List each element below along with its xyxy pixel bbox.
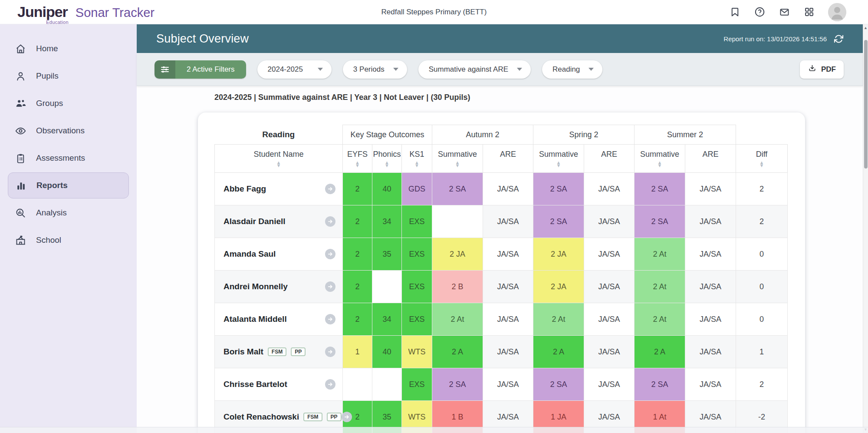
column-label: ARE — [601, 150, 617, 159]
sidebar-item-pupils[interactable]: Pupils — [8, 63, 129, 89]
column-label: Summative — [539, 150, 578, 159]
sort-icon[interactable]: ▲▼ — [385, 161, 389, 167]
group-header-spring-2: Spring 2 — [533, 125, 635, 145]
column-label: ARE — [500, 150, 516, 159]
sort-icon[interactable]: ▲▼ — [414, 161, 419, 167]
assessment-cell: JA/SA — [483, 368, 533, 401]
sidebar-item-observations[interactable]: Observations — [8, 118, 129, 144]
chevron-down-icon — [589, 68, 594, 71]
assessment-cell: 2 SA — [432, 368, 483, 401]
assessment-cell: JA/SA — [584, 238, 635, 271]
filter-dropdown-summative-against-are[interactable]: Summative against ARE — [418, 60, 531, 79]
analysis-icon — [15, 207, 26, 219]
sidebar-item-assessments[interactable]: Assessments — [8, 145, 129, 171]
active-filters-button[interactable]: 2 Active Filters — [155, 60, 246, 79]
juniper-logo[interactable]: Juniper Education Sonar Tracker — [17, 3, 155, 20]
horizontal-scroll-strip[interactable] — [0, 427, 868, 433]
student-row: Chrisse BartelotEXS2 SAJA/SA2 SAJA/SA2 S… — [215, 368, 788, 401]
student-detail-arrow[interactable] — [325, 314, 335, 324]
student-detail-arrow[interactable] — [325, 347, 335, 357]
apps-grid-icon[interactable] — [803, 6, 815, 18]
export-pdf-button[interactable]: PDF — [800, 60, 844, 79]
assessment-cell: 2 SA — [533, 173, 584, 205]
column-header-diff[interactable]: Diff▲▼ — [736, 145, 788, 173]
mail-icon[interactable] — [779, 6, 790, 18]
student-name: Atalanta Middell — [224, 314, 287, 324]
column-header-phonics[interactable]: Phonics▲▼ — [372, 145, 402, 173]
assessment-cell: EXS — [402, 271, 432, 303]
assessment-cell: 2 SA — [432, 173, 483, 205]
sort-icon[interactable]: ▲▼ — [760, 161, 764, 167]
sidebar-item-reports[interactable]: Reports — [8, 172, 129, 198]
column-header-are: ARE▲▼ — [685, 145, 736, 173]
chevron-down-icon — [517, 68, 522, 71]
bookmark-icon[interactable] — [729, 6, 741, 18]
school-icon — [15, 235, 26, 246]
sort-icon[interactable]: ▲▼ — [276, 161, 281, 167]
sidebar-item-school[interactable]: School — [8, 227, 129, 253]
assessment-cell: 2 At — [635, 238, 685, 271]
student-row: Abbe Fagg240GDS2 SAJA/SA2 SAJA/SA2 SAJA/… — [215, 173, 788, 205]
column-header-eyfs[interactable]: EYFS▲▼ — [343, 145, 372, 173]
filter-dropdown-3-periods[interactable]: 3 Periods — [343, 60, 407, 79]
page-title: Subject Overview — [156, 32, 249, 46]
assessment-cell: 2 — [343, 303, 372, 336]
student-detail-arrow[interactable] — [325, 281, 335, 292]
assessment-cell: JA/SA — [685, 336, 736, 368]
refresh-icon[interactable] — [834, 34, 844, 44]
product-name: Sonar Tracker — [76, 6, 155, 20]
sidebar-item-label: School — [36, 235, 61, 245]
column-label: Summative — [640, 150, 679, 159]
assessment-cell: EXS — [402, 368, 432, 401]
assessment-cell: 1 — [343, 336, 372, 368]
student-detail-arrow[interactable] — [325, 379, 335, 390]
diff-cell: 0 — [736, 238, 788, 271]
column-label: EYFS — [347, 150, 368, 159]
student-detail-arrow[interactable] — [325, 184, 335, 194]
sort-icon[interactable]: ▲▼ — [455, 161, 460, 167]
sidebar-item-groups[interactable]: Groups — [8, 90, 129, 116]
sidebar-item-label: Analysis — [36, 208, 67, 218]
sidebar-item-analysis[interactable]: Analysis — [8, 200, 129, 226]
sidebar-item-label: Home — [36, 44, 58, 53]
assessment-cell: JA/SA — [584, 368, 635, 401]
main-area: Subject Overview Report run on: 13/01/20… — [137, 24, 863, 433]
column-header-summative[interactable]: Summative▲▼ — [432, 145, 483, 173]
diff-cell: 2 — [736, 368, 788, 401]
assessment-cell: JA/SA — [685, 368, 736, 401]
student-detail-arrow[interactable] — [325, 216, 335, 227]
column-header-ks1[interactable]: KS1▲▼ — [402, 145, 432, 173]
column-header-summative[interactable]: Summative▲▼ — [533, 145, 584, 173]
assessment-cell: JA/SA — [685, 238, 736, 271]
column-header-student-name[interactable]: Student Name▲▼ — [215, 145, 343, 173]
assessment-cell: JA/SA — [584, 205, 635, 238]
student-name-cell: Amanda Saul — [215, 238, 343, 271]
sidebar-item-label: Pupils — [36, 71, 59, 81]
user-avatar[interactable] — [828, 3, 846, 21]
assessment-cell: EXS — [402, 205, 432, 238]
sidebar-item-home[interactable]: Home — [8, 36, 129, 62]
student-detail-arrow[interactable] — [342, 412, 352, 422]
sort-icon[interactable]: ▲▼ — [658, 161, 662, 167]
help-icon[interactable] — [754, 6, 766, 18]
student-detail-arrow[interactable] — [325, 249, 335, 259]
filter-dropdown-reading[interactable]: Reading — [542, 60, 602, 79]
column-label: ARE — [703, 150, 719, 159]
download-icon — [808, 64, 817, 75]
scrollbar-thumb[interactable] — [864, 40, 868, 169]
assessment-cell: JA/SA — [483, 271, 533, 303]
sort-icon[interactable]: ▲▼ — [355, 161, 360, 167]
top-bar: Juniper Education Sonar Tracker Redfall … — [0, 0, 868, 24]
scroll-up-arrow[interactable]: ▲ — [863, 24, 868, 31]
assessment-cell — [372, 368, 402, 401]
reports-icon — [15, 180, 27, 192]
vertical-scrollbar[interactable]: ▲ ▼ — [863, 24, 868, 433]
column-header-summative[interactable]: Summative▲▼ — [635, 145, 685, 173]
student-name-cell: Alasdair Daniell — [215, 205, 343, 238]
filter-summary-line: 2024-2025 | Summative against ARE | Year… — [214, 93, 863, 102]
filter-dropdown-2024-2025[interactable]: 2024-2025 — [257, 60, 332, 79]
sort-icon[interactable]: ▲▼ — [556, 161, 561, 167]
assessment-cell: 2 At — [533, 303, 584, 336]
observations-icon — [15, 125, 26, 137]
assessment-cell: 2 SA — [533, 368, 584, 401]
